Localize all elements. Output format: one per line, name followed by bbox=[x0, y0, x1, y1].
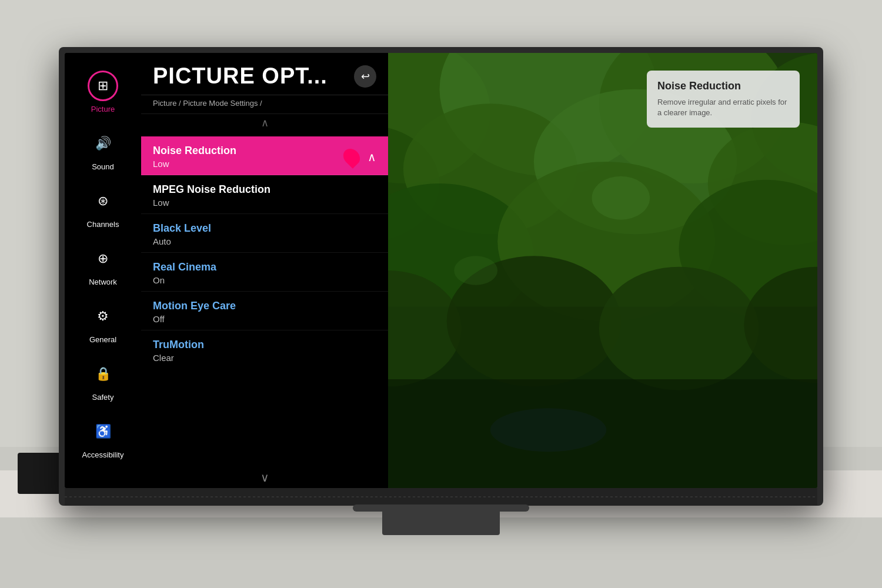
picture-icon-circle: ⊞ bbox=[88, 71, 118, 101]
sidebar-item-general[interactable]: ⚙ General bbox=[65, 295, 141, 350]
accessibility-icon: ♿ bbox=[95, 424, 111, 439]
sidebar-label-channels: Channels bbox=[87, 220, 119, 229]
tooltip-title: Noise Reduction bbox=[657, 80, 789, 92]
sidebar-label-accessibility: Accessibility bbox=[82, 450, 124, 459]
sidebar-label-picture: Picture bbox=[91, 105, 115, 113]
trumotion-value: Clear bbox=[153, 353, 376, 363]
chevron-up-selected-icon: ∧ bbox=[368, 150, 376, 164]
channels-icon-circle: ⊛ bbox=[88, 186, 118, 216]
sound-icon: 🔊 bbox=[95, 136, 111, 151]
tv-screen: ⊞ Picture 🔊 Sound ⊛ Channels bbox=[65, 53, 817, 488]
mpeg-noise-reduction-value: Low bbox=[153, 198, 376, 208]
tooltip-box: Noise Reduction Remove irregular and err… bbox=[647, 71, 800, 128]
menu-items-list: Noise Reduction Low ∧ MPEG Noise Reducti… bbox=[141, 132, 388, 467]
sidebar-item-sound[interactable]: 🔊 Sound bbox=[65, 122, 141, 177]
channels-icon: ⊛ bbox=[98, 193, 108, 209]
back-button[interactable]: ↩ bbox=[354, 65, 376, 88]
scroll-up-indicator[interactable]: ∧ bbox=[141, 114, 388, 132]
forest-background: Noise Reduction Remove irregular and err… bbox=[388, 53, 817, 488]
chevron-down-icon: ∨ bbox=[260, 470, 269, 485]
general-icon: ⚙ bbox=[97, 309, 109, 324]
menu-item-black-level[interactable]: Black Level Auto bbox=[141, 214, 388, 253]
scroll-down-indicator[interactable]: ∨ bbox=[141, 467, 388, 488]
motion-eye-care-label: Motion Eye Care bbox=[153, 300, 376, 312]
menu-item-mpeg-noise-reduction[interactable]: MPEG Noise Reduction Low bbox=[141, 175, 388, 214]
menu-item-real-cinema[interactable]: Real Cinema On bbox=[141, 253, 388, 292]
real-cinema-value: On bbox=[153, 275, 376, 285]
safety-icon-circle: 🔒 bbox=[88, 359, 118, 389]
sidebar-item-network[interactable]: ⊕ Network bbox=[65, 238, 141, 292]
svg-point-18 bbox=[592, 176, 650, 220]
accessibility-icon-circle: ♿ bbox=[88, 416, 118, 447]
grille-lines bbox=[65, 496, 817, 497]
general-icon-circle: ⚙ bbox=[88, 301, 118, 332]
menu-item-noise-reduction[interactable]: Noise Reduction Low ∧ bbox=[141, 136, 388, 175]
menu-title: PICTURE OPT... bbox=[153, 64, 328, 89]
real-cinema-label: Real Cinema bbox=[153, 261, 376, 273]
sidebar-label-safety: Safety bbox=[92, 393, 114, 402]
breadcrumb: Picture / Picture Mode Settings / bbox=[141, 95, 388, 114]
sidebar-label-general: General bbox=[89, 335, 116, 344]
network-icon: ⊕ bbox=[98, 251, 108, 266]
svg-rect-20 bbox=[388, 379, 817, 488]
menu-header: PICTURE OPT... ↩ bbox=[141, 53, 388, 95]
room-background: ⊞ Picture 🔊 Sound ⊛ Channels bbox=[0, 0, 882, 588]
tv-stand-base bbox=[353, 505, 529, 512]
sidebar: ⊞ Picture 🔊 Sound ⊛ Channels bbox=[65, 53, 141, 488]
noise-reduction-controls: ∧ bbox=[343, 146, 376, 168]
menu-panel: PICTURE OPT... ↩ Picture / Picture Mode … bbox=[141, 53, 388, 488]
sidebar-label-network: Network bbox=[89, 278, 117, 286]
sidebar-label-sound: Sound bbox=[92, 162, 114, 171]
back-icon: ↩ bbox=[361, 70, 370, 83]
trumotion-label: TruMotion bbox=[153, 339, 376, 351]
teardrop-icon bbox=[340, 145, 363, 169]
black-level-label: Black Level bbox=[153, 222, 376, 235]
network-icon-circle: ⊕ bbox=[88, 243, 118, 274]
svg-point-19 bbox=[454, 256, 497, 285]
breadcrumb-text: Picture / Picture Mode Settings / bbox=[153, 99, 262, 108]
menu-item-trumotion[interactable]: TruMotion Clear bbox=[141, 330, 388, 369]
svg-point-15 bbox=[599, 267, 759, 390]
sidebar-item-safety[interactable]: 🔒 Safety bbox=[65, 353, 141, 407]
safety-icon: 🔒 bbox=[95, 366, 111, 382]
sidebar-item-channels[interactable]: ⊛ Channels bbox=[65, 180, 141, 235]
tv-grille bbox=[65, 488, 817, 506]
noise-reduction-value: Low bbox=[153, 159, 236, 169]
tooltip-description: Remove irregular and erratic pixels for … bbox=[657, 97, 789, 118]
noise-reduction-label: Noise Reduction bbox=[153, 145, 236, 157]
menu-item-noise-reduction-text: Noise Reduction Low bbox=[153, 145, 236, 169]
menu-item-motion-eye-care[interactable]: Motion Eye Care Off bbox=[141, 292, 388, 330]
sidebar-item-accessibility[interactable]: ♿ Accessibility bbox=[65, 410, 141, 465]
tv-body: ⊞ Picture 🔊 Sound ⊛ Channels bbox=[59, 47, 823, 506]
sidebar-item-picture[interactable]: ⊞ Picture bbox=[65, 65, 141, 119]
picture-icon: ⊞ bbox=[98, 78, 108, 93]
sound-icon-circle: 🔊 bbox=[88, 128, 118, 159]
motion-eye-care-value: Off bbox=[153, 314, 376, 324]
mpeg-noise-reduction-label: MPEG Noise Reduction bbox=[153, 183, 376, 196]
black-level-value: Auto bbox=[153, 236, 376, 246]
chevron-up-icon: ∧ bbox=[261, 116, 269, 129]
